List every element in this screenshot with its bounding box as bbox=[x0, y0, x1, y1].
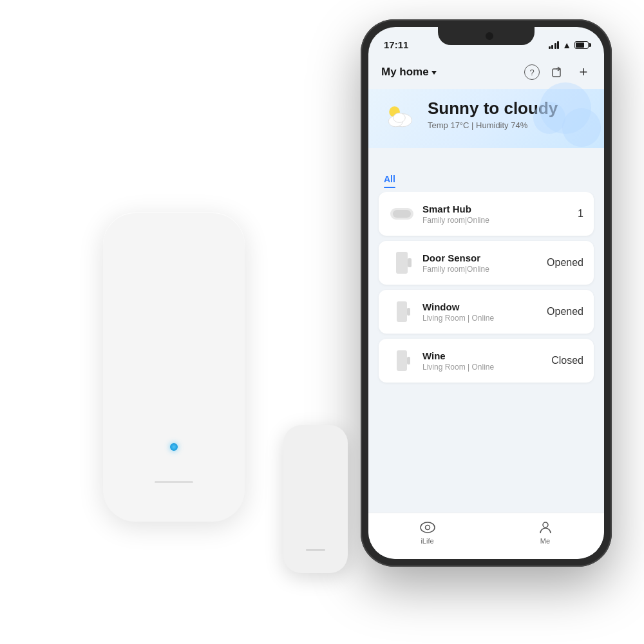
window-status: Living Room | Online bbox=[422, 314, 545, 323]
battery-fill bbox=[576, 43, 584, 48]
bottom-nav: iLife Me bbox=[368, 513, 604, 559]
phone-frame: 17:11 ▲ My home bbox=[361, 19, 612, 567]
sensor-small-device bbox=[283, 425, 348, 573]
door-sensor-icon bbox=[389, 250, 415, 276]
nav-me[interactable]: Me bbox=[525, 520, 566, 545]
home-title-button[interactable]: My home bbox=[381, 66, 437, 79]
device-card-smart-hub[interactable]: Smart Hub Family room|Online 1 bbox=[379, 192, 594, 236]
person-icon bbox=[538, 520, 553, 535]
device-list: Smart Hub Family room|Online 1 Door Sens… bbox=[368, 192, 604, 520]
svg-point-8 bbox=[543, 522, 548, 527]
eye-icon bbox=[420, 520, 435, 535]
tab-all[interactable]: All bbox=[381, 169, 398, 193]
me-label: Me bbox=[540, 537, 550, 545]
weather-icon bbox=[381, 99, 417, 135]
chevron-down-icon bbox=[431, 71, 437, 75]
tab-all-label: All bbox=[384, 174, 395, 184]
device-card-window[interactable]: Window Living Room | Online Opened bbox=[379, 290, 594, 334]
scene: 17:11 ▲ My home bbox=[0, 0, 644, 644]
smart-hub-value: 1 bbox=[545, 208, 583, 220]
svg-point-7 bbox=[425, 526, 430, 530]
sensor-large-device bbox=[103, 213, 245, 522]
window-value: Opened bbox=[545, 306, 583, 317]
window-info: Window Living Room | Online bbox=[422, 301, 545, 323]
signal-icon bbox=[549, 41, 560, 49]
wifi-icon: ▲ bbox=[562, 40, 571, 50]
door-sensor-status: Family room|Online bbox=[422, 265, 545, 274]
status-time: 17:11 bbox=[384, 39, 408, 50]
wine-sensor-icon bbox=[389, 348, 415, 374]
wine-status: Living Room | Online bbox=[422, 363, 545, 372]
smart-hub-name: Smart Hub bbox=[422, 204, 545, 214]
sensor-groove bbox=[155, 481, 193, 483]
smart-hub-icon bbox=[389, 201, 415, 227]
nav-icons: ? + bbox=[524, 64, 591, 80]
smart-hub-status: Family room|Online bbox=[422, 216, 545, 225]
nav-ilife[interactable]: iLife bbox=[407, 520, 448, 545]
tabs-section: All bbox=[368, 169, 604, 193]
front-camera bbox=[486, 32, 493, 40]
door-sensor-value: Opened bbox=[545, 257, 583, 269]
notch bbox=[438, 27, 535, 45]
smart-hub-info: Smart Hub Family room|Online bbox=[422, 204, 545, 225]
battery-icon bbox=[574, 41, 589, 49]
phone-screen: 17:11 ▲ My home bbox=[368, 27, 604, 559]
window-name: Window bbox=[422, 301, 545, 312]
window-sensor-icon bbox=[389, 299, 415, 325]
home-title-text: My home bbox=[381, 66, 429, 79]
wine-info: Wine Living Room | Online bbox=[422, 350, 545, 372]
weather-section: Sunny to cloudy Temp 17°C | Humidity 74% bbox=[368, 89, 604, 148]
wine-name: Wine bbox=[422, 350, 545, 361]
svg-point-5 bbox=[393, 113, 406, 123]
top-nav: My home ? + bbox=[368, 55, 604, 89]
tab-underline bbox=[384, 187, 395, 188]
door-sensor-name: Door Sensor bbox=[422, 252, 545, 263]
wine-value: Closed bbox=[545, 355, 583, 366]
device-card-door-sensor[interactable]: Door Sensor Family room|Online Opened bbox=[379, 241, 594, 285]
door-sensor-info: Door Sensor Family room|Online bbox=[422, 252, 545, 274]
ilife-label: iLife bbox=[421, 537, 433, 545]
svg-point-6 bbox=[421, 522, 435, 533]
status-icons: ▲ bbox=[549, 40, 589, 50]
share-button[interactable] bbox=[550, 64, 565, 80]
sensor-small-groove bbox=[306, 549, 325, 551]
help-button[interactable]: ? bbox=[524, 64, 540, 80]
device-card-wine[interactable]: Wine Living Room | Online Closed bbox=[379, 339, 594, 383]
add-button[interactable]: + bbox=[576, 64, 591, 80]
